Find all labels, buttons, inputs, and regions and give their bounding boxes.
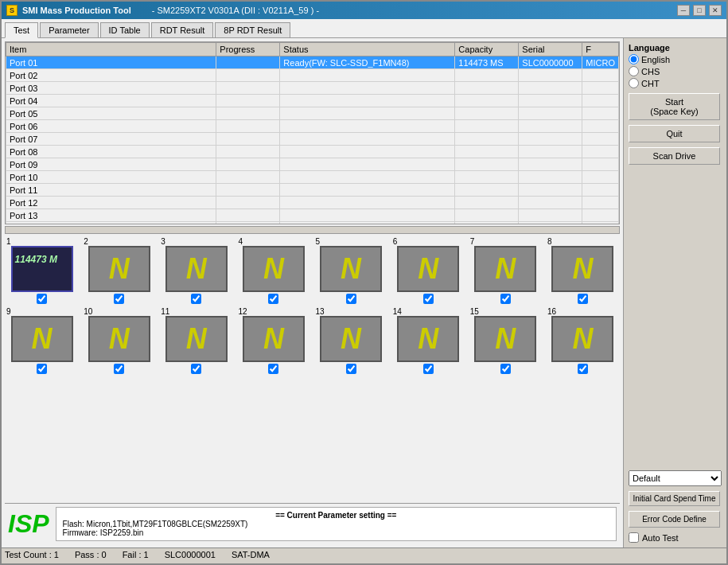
card-box-11[interactable]: N [165,316,228,362]
card-box-15[interactable]: N [474,316,536,362]
maximize-button[interactable]: □ [693,5,706,16]
cell-capacity [455,197,519,209]
param-title: == Current Parameter setting == [63,511,609,520]
tab-test[interactable]: Test [5,22,38,38]
close-button[interactable]: ✕ [709,5,722,16]
cell-capacity [455,133,519,146]
card-checkbox-10[interactable] [114,364,124,374]
card-checkbox-16[interactable] [578,364,588,374]
card-checkbox-9[interactable] [37,364,47,374]
horizontal-scrollbar[interactable] [5,226,620,234]
tab-id-table[interactable]: ID Table [100,22,150,37]
right-panel: Language English CHS CHT Start (Space Ke… [623,38,726,547]
app-icon: S [6,5,18,16]
card-grid: 1114473 M2N3N4N5N6N7N8N9N10N11N12N13N14N… [5,237,620,374]
card-checkbox-14[interactable] [423,364,434,374]
start-button[interactable]: Start (Space Key) [629,93,720,120]
card-checkbox-7[interactable] [500,294,511,304]
card-checkbox-12[interactable] [268,364,278,374]
card-box-8[interactable]: N [551,246,613,292]
table-row[interactable]: Port 01Ready(FW: SLC-SSD_F1MN48)114473 M… [6,56,619,69]
cell-progress [216,82,280,95]
cell-item: Port 09 [6,158,216,171]
table-row[interactable]: Port 10 [6,171,619,184]
card-checkbox-3[interactable] [191,294,201,304]
left-panel: Item Progress Status Capacity Serial F P… [2,38,623,547]
table-row[interactable]: Port 05 [6,107,619,120]
cell-status [280,95,455,107]
cell-serial [519,69,582,82]
card-checkbox-11[interactable] [191,364,201,374]
scan-drive-button[interactable]: Scan Drive [629,147,720,165]
table-row[interactable]: Port 02 [6,69,619,82]
card-box-3[interactable]: N [165,246,228,292]
card-checkbox-4[interactable] [268,294,278,304]
card-box-4[interactable]: N [243,246,305,292]
card-item-1: 1114473 M [5,237,79,304]
tab-8p-rdt-result[interactable]: 8P RDT Result [215,22,290,37]
card-box-13[interactable]: N [320,316,382,362]
port-table: Item Progress Status Capacity Serial F P… [6,42,619,224]
cell-serial [519,107,582,120]
card-checkbox-2[interactable] [114,294,124,304]
cell-f [582,209,619,222]
card-box-16[interactable]: N [551,316,613,362]
cell-item: Port 02 [6,69,216,82]
default-dropdown[interactable]: Default [629,470,722,486]
card-box-12[interactable]: N [243,316,305,362]
card-item-10: 10N [82,307,156,374]
card-box-14[interactable]: N [397,316,459,362]
auto-test-checkbox[interactable] [629,532,639,543]
cell-progress [216,171,280,184]
initial-card-button[interactable]: Initial Card Spend Time [629,491,720,506]
cell-progress [216,120,280,133]
quit-button[interactable]: Quit [629,125,720,142]
error-code-button[interactable]: Error Code Define [629,511,720,528]
radio-english[interactable]: English [629,54,722,64]
status-mode: SAT-DMA [232,550,270,562]
card-num-5: 5 [316,237,321,246]
card-checkbox-15[interactable] [500,364,511,374]
table-row[interactable]: Port 07 [6,133,619,146]
table-row[interactable]: Port 11 [6,184,619,197]
card-checkbox-13[interactable] [346,364,356,374]
table-row[interactable]: Port 03 [6,82,619,95]
radio-cht[interactable]: CHT [629,78,722,88]
card-box-9[interactable]: N [11,316,73,362]
table-row[interactable]: Port 08 [6,146,619,158]
card-box-2[interactable]: N [88,246,150,292]
minimize-button[interactable]: ─ [677,5,690,16]
cell-f [582,107,619,120]
status-fail: Fail : 1 [123,550,149,562]
cell-progress [216,107,280,120]
card-box-6[interactable]: N [397,246,459,292]
card-checkbox-1[interactable] [37,294,47,304]
cell-status [280,82,455,95]
radio-chs[interactable]: CHS [629,66,722,76]
cell-item: Port 05 [6,107,216,120]
col-f: F [582,43,619,56]
card-box-5[interactable]: N [320,246,382,292]
cell-progress [216,133,280,146]
card-item-7: 7N [469,237,543,304]
table-row[interactable]: Port 13 [6,209,619,222]
card-checkbox-6[interactable] [423,294,434,304]
cell-status [280,107,455,120]
table-row[interactable]: Port 12 [6,197,619,209]
table-row[interactable]: Port 09 [6,158,619,171]
cell-capacity [455,146,519,158]
card-box-1[interactable]: 114473 M [11,246,73,292]
cell-capacity [455,209,519,222]
tab-parameter[interactable]: Parameter [40,22,98,37]
table-row[interactable]: Port 06 [6,120,619,133]
table-row[interactable]: Port 04 [6,95,619,107]
card-box-7[interactable]: N [474,246,536,292]
tab-rdt-result[interactable]: RDT Result [151,22,214,37]
cell-status: Ready(FW: SLC-SSD_F1MN48) [280,56,455,69]
dropdown-row: Default [629,470,722,486]
table-row[interactable]: Port 14 [6,222,619,225]
card-checkbox-5[interactable] [346,294,356,304]
card-checkbox-8[interactable] [578,294,588,304]
card-num-4: 4 [238,237,243,246]
card-box-10[interactable]: N [88,316,150,362]
